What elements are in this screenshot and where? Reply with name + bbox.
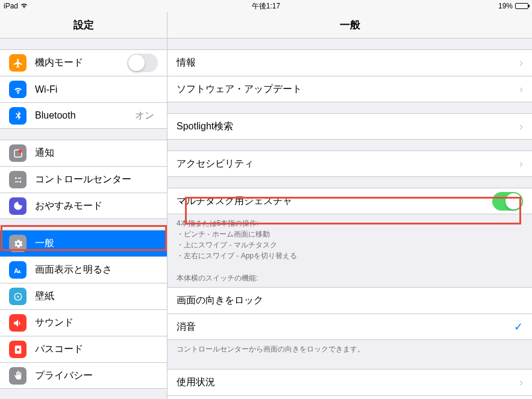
control-icon — [9, 171, 27, 188]
sidebar-item-label: 機内モード — [35, 57, 127, 69]
sidebar-item-label: コントロールセンター — [35, 173, 158, 186]
wallpaper-icon — [9, 288, 27, 305]
main-row[interactable]: 使用状況› — [167, 369, 532, 395]
airplane-toggle[interactable] — [127, 54, 158, 72]
row-toggle[interactable] — [492, 192, 523, 211]
sidebar-item-label: プライバシー — [35, 370, 158, 382]
notification-icon — [9, 144, 27, 162]
wifi-status-icon — [20, 2, 28, 10]
main-row[interactable]: 情報› — [167, 49, 532, 76]
section-footer: 4本指または5本指の操作:・ピンチ - ホーム画面に移動・上にスワイプ - マル… — [167, 214, 532, 265]
main-row-label: 消音 — [177, 321, 514, 333]
main-row[interactable]: Appのバックグラウンド更新› — [167, 395, 532, 399]
sidebar-item-label: Wi-Fi — [35, 84, 158, 95]
chevron-right-icon: › — [519, 120, 523, 133]
status-time: 午後1:17 — [252, 1, 280, 11]
sidebar-item-label: 一般 — [35, 237, 158, 250]
svg-rect-12 — [17, 350, 19, 351]
main-row-label: 情報 — [177, 57, 519, 69]
sidebar-item-value: オン — [135, 110, 154, 122]
status-bar: iPad 午後1:17 19% — [0, 0, 532, 12]
main-row-label: マルチタスク用ジェスチャ — [177, 195, 492, 208]
wifi-icon — [9, 81, 27, 98]
battery-percent: 19% — [498, 2, 513, 10]
settings-sidebar: 設定 機内モードWi-FiBluetoothオン通知コントロールセンターおやすみ… — [0, 12, 167, 399]
main-row[interactable]: 画面の向きをロック — [167, 287, 532, 314]
device-label: iPad — [4, 2, 18, 10]
sidebar-item-lock[interactable]: パスコード — [0, 336, 167, 362]
svg-rect-3 — [17, 178, 21, 179]
section-header: 本体横のスイッチの機能: — [167, 265, 532, 287]
sidebar-item-notification[interactable]: 通知 — [0, 140, 167, 166]
main-row[interactable]: アクセシビリティ› — [167, 150, 532, 177]
bluetooth-icon — [9, 107, 27, 125]
svg-text:A: A — [17, 268, 21, 274]
sidebar-item-wallpaper[interactable]: 壁紙 — [0, 283, 167, 309]
sidebar-item-wifi[interactable]: Wi-Fi — [0, 76, 167, 102]
sidebar-item-hand[interactable]: プライバシー — [0, 362, 167, 389]
svg-point-1 — [18, 149, 22, 153]
main-row[interactable]: 消音✓ — [167, 314, 532, 340]
main-row-label: 使用状況 — [177, 376, 519, 389]
sidebar-item-bluetooth[interactable]: Bluetoothオン — [0, 102, 167, 129]
section-footer: コントロールセンターから画面の向きをロックできます。 — [167, 340, 532, 358]
lock-icon — [9, 341, 27, 358]
sidebar-item-label: サウンド — [35, 317, 158, 329]
sound-icon — [9, 314, 27, 332]
sidebar-item-label: 壁紙 — [35, 290, 158, 303]
svg-point-2 — [14, 177, 16, 179]
main-panel: 一般 情報›ソフトウェア・アップデート›Spotlight検索›アクセシビリティ… — [167, 12, 532, 399]
main-row-label: Spotlight検索 — [177, 120, 519, 133]
sidebar-item-label: 画面表示と明るさ — [35, 264, 158, 276]
chevron-right-icon: › — [519, 57, 523, 69]
svg-rect-5 — [14, 181, 18, 182]
battery-icon — [515, 3, 528, 9]
sidebar-item-label: おやすみモード — [35, 200, 158, 212]
sidebar-item-label: パスコード — [35, 343, 158, 356]
moon-icon — [9, 197, 27, 215]
main-row-label: ソフトウェア・アップデート — [177, 83, 519, 96]
hand-icon — [9, 367, 27, 385]
sidebar-item-label: 通知 — [35, 147, 158, 159]
chevron-right-icon: › — [519, 158, 523, 170]
sidebar-item-display[interactable]: AA画面表示と明るさ — [0, 256, 167, 283]
main-row[interactable]: マルチタスク用ジェスチャ — [167, 188, 532, 214]
sidebar-item-label: Bluetooth — [35, 110, 135, 121]
sidebar-title: 設定 — [0, 12, 167, 39]
sidebar-item-airplane[interactable]: 機内モード — [0, 49, 167, 76]
sidebar-item-control[interactable]: コントロールセンター — [0, 166, 167, 193]
display-icon: AA — [9, 261, 27, 279]
sidebar-item-sound[interactable]: サウンド — [0, 309, 167, 336]
sidebar-item-gear[interactable]: 一般 — [0, 230, 167, 256]
svg-point-9 — [17, 295, 19, 297]
chevron-right-icon: › — [519, 83, 523, 96]
gear-icon — [9, 235, 27, 252]
chevron-right-icon: › — [519, 376, 523, 389]
svg-point-4 — [19, 181, 21, 182]
main-row[interactable]: ソフトウェア・アップデート› — [167, 76, 532, 102]
main-title: 一般 — [167, 12, 532, 39]
main-row[interactable]: Spotlight検索› — [167, 113, 532, 140]
main-row-label: 画面の向きをロック — [177, 294, 523, 307]
check-icon: ✓ — [514, 320, 523, 333]
main-row-label: アクセシビリティ — [177, 158, 519, 170]
sidebar-item-moon[interactable]: おやすみモード — [0, 193, 167, 219]
airplane-icon — [9, 54, 27, 72]
